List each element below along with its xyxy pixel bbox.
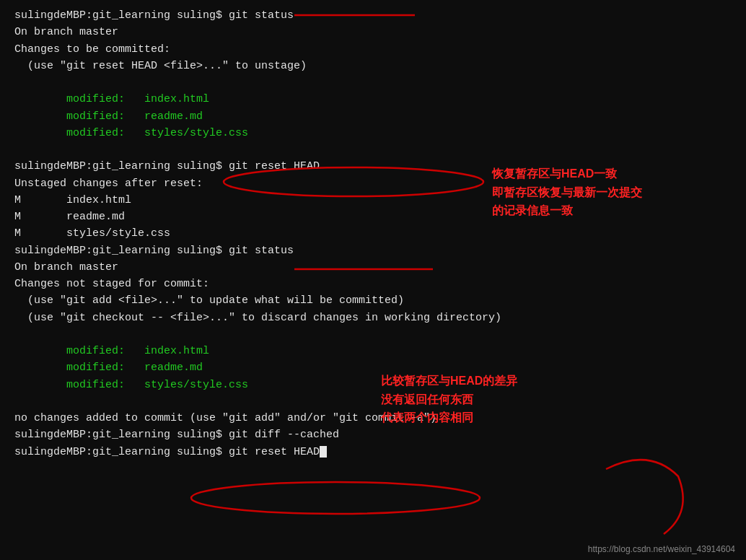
terminal-cursor: [320, 446, 327, 458]
terminal-content: sulingdeMBP:git_learning suling$ git sta…: [14, 7, 732, 460]
terminal-line-3: (use "git reset HEAD <file>..." to unsta…: [14, 58, 732, 74]
terminal-line-5: modified: index.html: [14, 91, 732, 108]
terminal-line-16: Changes not staged for commit:: [14, 276, 732, 292]
terminal-line-4: [14, 74, 732, 91]
terminal-line-26: sulingdeMBP:git_learning suling$ git res…: [14, 444, 732, 460]
terminal-line-21: modified: readme.md: [14, 359, 732, 376]
terminal: sulingdeMBP:git_learning suling$ git sta…: [0, 0, 746, 560]
terminal-line-6: modified: readme.md: [14, 108, 732, 125]
terminal-line-13: M styles/style.css: [14, 225, 732, 242]
terminal-line-1: On branch master: [14, 24, 732, 40]
terminal-line-18: (use "git checkout -- <file>..." to disc…: [14, 310, 732, 326]
terminal-line-22: modified: styles/style.css: [14, 377, 732, 393]
terminal-line-25: sulingdeMBP:git_learning suling$ git dif…: [14, 426, 732, 443]
annotation-top-right: 恢复暂存区与HEAD一致即暂存区恢复与最新一次提交的记录信息一致: [492, 165, 642, 220]
url-text: https://blog.csdn.net/weixin_43914604: [588, 544, 735, 554]
annotation-bottom-right: 比较暂存区与HEAD的差异没有返回任何东西代表两个内容相同: [381, 372, 517, 427]
terminal-line-8: [14, 141, 732, 158]
terminal-line-20: modified: index.html: [14, 343, 732, 359]
terminal-line-23: [14, 393, 732, 410]
terminal-line-19: [14, 326, 732, 343]
terminal-line-15: On branch master: [14, 259, 732, 276]
terminal-line-0: sulingdeMBP:git_learning suling$ git sta…: [14, 7, 732, 24]
terminal-line-17: (use "git add <file>..." to update what …: [14, 292, 732, 309]
terminal-line-24: no changes added to commit (use "git add…: [14, 410, 732, 426]
svg-point-3: [191, 482, 480, 514]
terminal-line-14: sulingdeMBP:git_learning suling$ git sta…: [14, 242, 732, 259]
terminal-line-7: modified: styles/style.css: [14, 125, 732, 141]
terminal-line-2: Changes to be committed:: [14, 41, 732, 58]
